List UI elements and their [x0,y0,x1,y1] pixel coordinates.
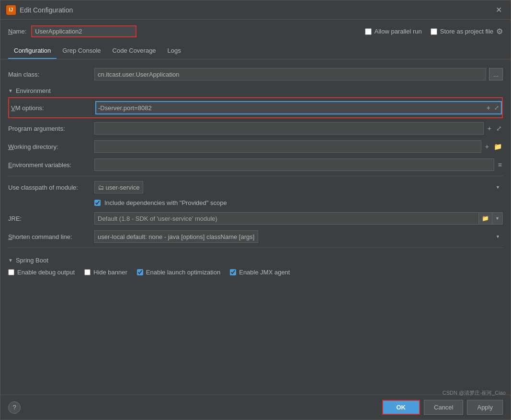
jre-dropdown-button[interactable]: ▼ [492,213,502,224]
classpath-select[interactable]: 🗂 user-service [94,181,143,193]
enable-jmx-item: Enable JMX agent [230,269,290,276]
include-deps-row: Include dependencies with "Provided" sco… [8,196,503,209]
working-dir-label: Working directory: [8,143,94,150]
shorten-cmd-row: Shorten command line: user-local default… [8,227,503,246]
title-bar: IJ Edit Configuration ✕ [0,0,511,20]
gear-icon[interactable]: ⚙ [496,27,503,36]
apply-button[interactable]: Apply [467,400,503,415]
working-dir-input-area [94,140,481,153]
spring-boot-label: Spring Boot [16,257,48,264]
env-vars-row: Environment variables: ≡ [8,156,503,174]
environment-section-header[interactable]: ▼ Environment [8,83,503,96]
shorten-cmd-select[interactable]: user-local default: none - java [options… [94,230,258,243]
spring-boot-triangle-icon: ▼ [8,258,13,263]
hide-banner-label: Hide banner [93,269,127,276]
working-dir-field: + 📁 [94,140,503,153]
program-args-expand-icon[interactable]: ⤢ [495,125,503,132]
enable-debug-checkbox[interactable] [8,269,14,275]
cancel-button[interactable]: Cancel [424,400,463,415]
enable-jmx-label: Enable JMX agent [239,269,290,276]
main-class-browse-button[interactable]: ... [489,68,503,80]
close-button[interactable]: ✕ [493,4,505,15]
main-class-field: ... [94,68,503,80]
shorten-cmd-dropdown-wrapper: user-local default: none - java [options… [94,230,503,243]
main-class-row: Main class: ... [8,65,503,83]
main-class-label: Main class: [8,71,94,78]
divider-1 [8,176,503,176]
program-args-add-icon[interactable]: + [487,125,492,132]
store-as-project-checkbox[interactable] [431,28,437,35]
enable-launch-label: Enable launch optimization [146,269,220,276]
env-vars-input-area [94,159,494,171]
working-dir-add-icon[interactable]: + [484,143,490,150]
jre-folder-button[interactable]: 📁 [478,213,492,224]
edit-configuration-dialog: IJ Edit Configuration ✕ Name: Allow para… [0,0,511,420]
ok-button[interactable]: OK [382,400,420,415]
tabs-bar: Configuration Grep Console Code Coverage… [0,43,511,59]
classpath-label: Use classpath of module: [8,184,94,191]
hide-banner-item: Hide banner [84,269,127,276]
title-bar-left: IJ Edit Configuration [6,5,73,15]
enable-launch-checkbox[interactable] [137,269,143,275]
vm-options-input[interactable] [98,104,483,112]
main-class-input[interactable] [94,68,486,80]
dialog-title: Edit Configuration [20,6,73,14]
working-dir-folder-icon[interactable]: 📁 [493,143,503,150]
enable-jmx-checkbox[interactable] [230,269,236,275]
spring-boot-checkboxes: Enable debug output Hide banner Enable l… [8,266,503,279]
env-vars-label: Environment variables: [8,161,94,169]
jre-label: JRE: [8,215,94,222]
jre-row: JRE: Default (1.8 - SDK of 'user-service… [8,209,503,227]
divider-2 [8,248,503,248]
name-options: Allow parallel run Store as project file… [365,27,503,36]
vm-options-add-icon[interactable]: + [486,104,491,112]
spring-boot-section: ▼ Spring Boot Enable debug output Hide b… [8,250,503,282]
env-vars-field: ≡ [94,159,503,171]
allow-parallel-run-label: Allow parallel run [375,28,422,35]
vm-input-wrapper: + ⤢ [95,101,502,114]
vm-options-label: VM options: [9,104,95,112]
tab-configuration[interactable]: Configuration [8,43,57,59]
jre-value: Default (1.8 - SDK of 'user-service' mod… [95,215,478,222]
bottom-buttons: OK Cancel Apply [382,400,503,415]
tab-grep-console[interactable]: Grep Console [57,43,106,59]
vm-options-expand-icon[interactable]: ⤢ [494,104,499,111]
classpath-dropdown-wrapper: 🗂 user-service [94,181,503,193]
allow-parallel-run-group: Allow parallel run [365,28,422,35]
allow-parallel-run-checkbox[interactable] [365,28,372,35]
triangle-icon: ▼ [8,88,13,93]
program-args-field: + ⤢ [94,122,503,135]
store-as-project-label: Store as project file [440,28,493,35]
hide-banner-checkbox[interactable] [84,269,91,275]
env-vars-edit-icon[interactable]: ≡ [497,161,503,169]
program-args-input-area [94,122,484,135]
help-button[interactable]: ? [8,401,21,414]
program-args-label: Program arguments: [8,125,94,132]
tab-logs[interactable]: Logs [162,43,187,59]
app-icon: IJ [6,5,16,15]
spring-boot-section-header[interactable]: ▼ Spring Boot [8,253,503,266]
content-area: Main class: ... ▼ Environment VM options… [0,59,511,395]
working-dir-row: Working directory: + 📁 [8,137,503,156]
enable-debug-label: Enable debug output [17,269,75,276]
jre-input-wrapper: Default (1.8 - SDK of 'user-service' mod… [94,212,503,225]
include-deps-label: Include dependencies with "Provided" sco… [104,199,227,206]
enable-launch-item: Enable launch optimization [137,269,220,276]
name-label: Name: [8,28,26,35]
shorten-cmd-label: Shorten command line: [8,233,94,240]
name-row: Name: Allow parallel run Store as projec… [0,20,511,43]
classpath-row: Use classpath of module: 🗂 user-service [8,178,503,196]
environment-label: Environment [16,87,51,94]
enable-debug-item: Enable debug output [8,269,75,276]
name-input[interactable] [31,25,136,37]
include-deps-checkbox[interactable] [94,200,101,206]
program-args-row: Program arguments: + ⤢ [8,119,503,137]
vm-options-row: VM options: + ⤢ [8,97,503,118]
store-as-project-group: Store as project file ⚙ [431,27,503,36]
tab-code-coverage[interactable]: Code Coverage [107,43,162,59]
bottom-bar: ? OK Cancel Apply [0,395,511,420]
